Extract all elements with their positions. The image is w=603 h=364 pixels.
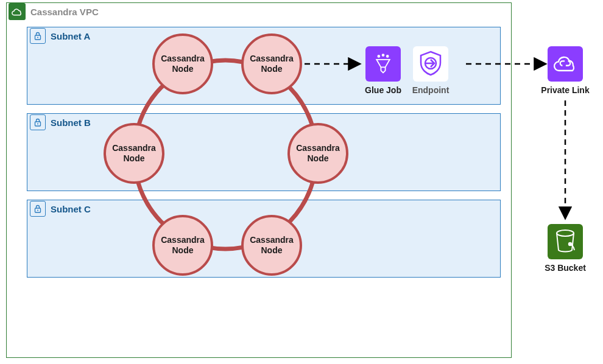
vpc-title: Cassandra VPC	[30, 7, 99, 17]
cassandra-node: Cassandra Node	[241, 215, 302, 276]
private-link-icon	[548, 46, 583, 82]
subnet-c-header: Subnet C	[27, 200, 91, 217]
svg-point-11	[383, 54, 384, 56]
cassandra-node: Cassandra Node	[241, 33, 302, 94]
lock-icon	[30, 201, 46, 217]
subnet-c-label: Subnet C	[51, 204, 91, 214]
node-label: Cassandra Node	[106, 143, 162, 164]
s3-bucket-label: S3 Bucket	[535, 263, 596, 273]
cloud-icon	[9, 3, 26, 20]
svg-point-5	[37, 210, 38, 211]
vpc-header: Cassandra VPC	[6, 2, 99, 21]
glue-job-icon	[365, 46, 401, 82]
s3-bucket-icon	[548, 224, 583, 259]
endpoint-label: Endpoint	[400, 85, 461, 95]
subnet-b-header: Subnet B	[27, 114, 91, 131]
cassandra-node: Cassandra Node	[104, 123, 164, 184]
cassandra-node: Cassandra Node	[152, 33, 213, 94]
endpoint-icon	[413, 46, 448, 82]
lock-icon	[30, 114, 46, 130]
svg-point-12	[387, 55, 389, 57]
node-label: Cassandra Node	[290, 143, 346, 164]
svg-point-10	[378, 55, 379, 57]
node-label: Cassandra Node	[244, 235, 300, 256]
subnet-b-label: Subnet B	[51, 117, 91, 128]
subnet-a-label: Subnet A	[51, 31, 90, 41]
private-link-label: Private Link	[535, 85, 596, 95]
node-label: Cassandra Node	[244, 54, 300, 74]
subnet-b: Subnet B	[27, 113, 501, 191]
node-label: Cassandra Node	[155, 54, 211, 74]
lock-icon	[30, 28, 46, 44]
svg-point-14	[557, 230, 574, 236]
node-label: Cassandra Node	[155, 235, 211, 256]
subnet-a-header: Subnet A	[27, 27, 90, 44]
svg-point-3	[37, 124, 38, 125]
cassandra-node: Cassandra Node	[152, 215, 213, 276]
cassandra-node: Cassandra Node	[287, 123, 348, 184]
svg-point-1	[37, 37, 38, 38]
